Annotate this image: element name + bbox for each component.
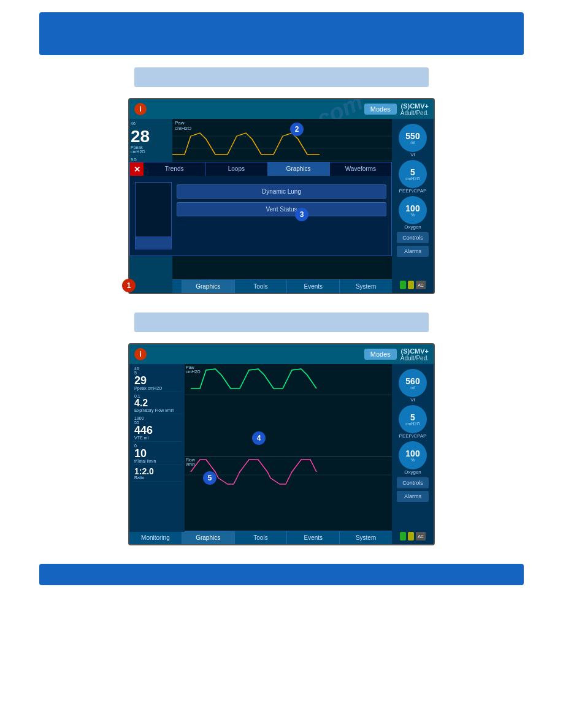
vt-control-1: 550 ml Vt [399,124,427,157]
controls-button-2[interactable]: Controls [397,477,429,488]
tab-menu-overlay-1: ✕ Trends Loops Graphics Waveforms Dynami… [129,162,392,256]
nav-graphics-1[interactable]: Graphics [182,280,235,293]
screen-1: manualsarchive.com i Modes (S)CMV+ Adult… [128,98,435,294]
subtitle-bar-2 [134,313,429,332]
nav-tools-2[interactable]: Tools [235,531,288,544]
nav-events-2[interactable]: Events [287,531,340,544]
waveform-area-2: PawcmH2O Flowl/min [185,364,392,532]
status-indicators-2: AC [392,528,434,544]
badge-2: 2 [290,123,304,136]
dynamic-lung-button[interactable]: Dynamic Lung [177,184,386,199]
ppeak-value-1: 28 Ppeak cmH2O [131,128,171,154]
header-bar [39,12,524,55]
nav-graphics-2[interactable]: Graphics [182,531,235,544]
mode-name-2: (S)CMV+ [400,347,429,355]
nav-monitoring-2[interactable]: Monitoring [129,531,182,544]
badge-5: 5 [203,471,216,485]
status-indicators-1: AC [392,277,434,293]
tab-waveforms-1[interactable]: Waveforms [330,162,391,176]
subtitle-bar-1 [134,67,429,87]
right-controls-1: 550 ml Vt 5 cmH2O PEEP/CPAP 100 % Oxygen [392,119,434,294]
bottom-nav-2: Monitoring Graphics Tools Events System [129,531,392,544]
mode-sub-1: Adult/Ped. [400,110,429,116]
alarms-button-1[interactable]: Alarms [397,246,429,257]
nav-tools-1[interactable]: Tools [235,280,288,293]
mode-sub-2: Adult/Ped. [400,355,429,362]
right-controls-2: 560 ml Vt 5 cmH2O PEEP/CPAP 100 % Oxygen [392,364,434,532]
badge-3: 3 [295,208,308,221]
tab-loops-1[interactable]: Loops [205,162,267,176]
sub-menu-buttons-1: Dynamic Lung Vent Status [177,182,386,249]
badge-4: 4 [252,431,266,445]
mode-name-1: (S)CMV+ [400,102,429,110]
badge-1: 1 [122,279,136,292]
info-icon-2: i [134,348,147,360]
screen2-top-bar: i Modes (S)CMV+ Adult/Ped. [129,344,434,364]
info-icon-1: i [134,103,147,115]
footer-bar [39,564,524,585]
screen-2: manualsarchive.com i Modes (S)CMV+ Adult… [128,343,435,545]
nav-system-2[interactable]: System [340,531,392,544]
controls-button-1[interactable]: Controls [397,232,429,243]
oxygen-control-2: 100 % Oxygen [399,441,427,475]
nav-events-1[interactable]: Events [287,280,340,293]
left-params-2: 46 5 29 Ppeak cmH2O 0.1 4.2 Expiratory F… [129,364,185,532]
modes-button-1[interactable]: Modes [364,104,397,115]
vent-status-button[interactable]: Vent Status [177,202,386,216]
alarms-button-2[interactable]: Alarms [397,491,429,502]
modes-button-2[interactable]: Modes [364,349,397,360]
vt-control-2: 560 ml Vt [399,369,427,403]
tab-trends-1[interactable]: Trends [144,162,205,176]
thumbnail-area-1 [135,182,172,249]
peep-control-2: 5 cmH2O PEEP/CPAP [399,405,427,439]
peep-control-1: 5 cmH2O PEEP/CPAP [399,160,427,194]
oxygen-control-1: 100 % Oxygen [399,196,427,230]
tab-graphics-1[interactable]: Graphics [268,162,330,176]
screen1-top-bar: i Modes (S)CMV+ Adult/Ped. [129,99,434,119]
nav-system-1[interactable]: System [340,280,392,293]
close-button-1[interactable]: ✕ [130,162,144,176]
